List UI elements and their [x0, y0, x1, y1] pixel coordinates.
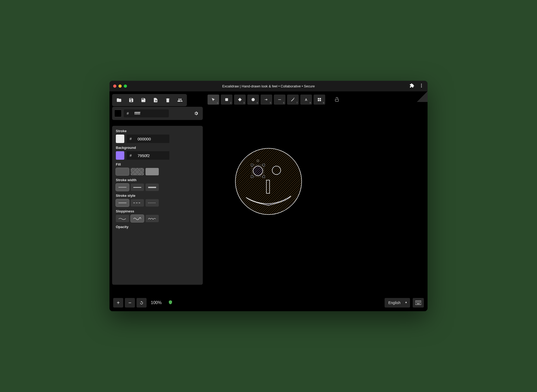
encryption-shield-icon[interactable]	[168, 300, 173, 306]
svg-rect-25	[417, 301, 417, 302]
canvas-color-input[interactable]	[132, 109, 169, 117]
stroke-dashed-button[interactable]	[131, 199, 144, 207]
svg-point-2	[421, 87, 422, 87]
minimize-window-button[interactable]	[118, 84, 122, 88]
svg-rect-13	[263, 176, 265, 178]
background-color-input[interactable]	[135, 151, 169, 160]
background-swatch[interactable]	[116, 151, 124, 160]
hash-label: #	[124, 109, 132, 117]
tool-draw[interactable]: 7	[287, 95, 299, 105]
tool-line[interactable]: 6	[274, 95, 285, 105]
language-selector[interactable]: English	[385, 298, 410, 308]
fill-cross-button[interactable]	[131, 168, 144, 175]
extensions-icon[interactable]	[410, 83, 414, 89]
canvas-color-swatch[interactable]	[114, 110, 122, 117]
titlebar: Excalidraw | Hand-drawn look & feel • Co…	[109, 81, 428, 91]
svg-rect-31	[418, 302, 419, 303]
maximize-window-button[interactable]	[124, 84, 127, 88]
zoom-reset-button[interactable]	[137, 298, 147, 308]
svg-point-0	[421, 84, 422, 84]
stroke-label: Stroke	[116, 129, 199, 133]
svg-rect-20	[320, 98, 321, 99]
stroke-style-label: Stroke style	[116, 194, 199, 198]
close-window-button[interactable]	[113, 84, 116, 88]
tool-ellipse[interactable]: 4	[247, 95, 259, 105]
zoom-out-button[interactable]: −	[125, 298, 135, 308]
lock-button[interactable]	[331, 95, 343, 105]
shape-toolbar: 1 2 3 4 5 6 7	[208, 95, 343, 105]
file-toolbar	[112, 94, 187, 106]
settings-button[interactable]	[192, 109, 201, 118]
delete-button[interactable]	[162, 95, 174, 105]
tool-more[interactable]: 9	[314, 95, 325, 105]
open-button[interactable]	[113, 95, 125, 105]
properties-panel: Stroke # Background # Fill Stroke width	[112, 126, 203, 285]
svg-rect-12	[251, 176, 253, 178]
svg-point-1	[421, 85, 422, 86]
zoom-in-button[interactable]: +	[113, 298, 123, 308]
svg-rect-22	[320, 100, 321, 101]
fill-hachure-button[interactable]	[116, 168, 129, 175]
window-title: Excalidraw | Hand-drawn look & feel • Co…	[109, 84, 428, 88]
tool-diamond[interactable]: 3	[234, 95, 246, 105]
svg-point-6	[253, 166, 263, 176]
language-select[interactable]: English	[385, 298, 410, 308]
stroke-swatch[interactable]	[116, 135, 124, 143]
svg-rect-34	[417, 304, 420, 304]
svg-rect-32	[419, 302, 420, 303]
tool-arrow[interactable]: 5	[261, 95, 272, 105]
footer-left: + − 100%	[113, 298, 173, 308]
tool-text[interactable]: A 8	[300, 95, 312, 105]
opacity-label: Opacity	[116, 225, 199, 229]
app-window: Excalidraw | Hand-drawn look & feel • Co…	[109, 81, 428, 311]
svg-rect-11	[263, 164, 265, 166]
svg-rect-10	[251, 164, 253, 166]
footer-right: English	[385, 298, 424, 308]
background-label: Background	[116, 146, 199, 150]
menu-icon[interactable]	[419, 83, 424, 89]
svg-text:A: A	[305, 98, 307, 102]
sloppiness-architect-button[interactable]	[116, 215, 129, 222]
stroke-dotted-button[interactable]	[146, 199, 159, 207]
svg-rect-19	[318, 98, 319, 99]
stroke-thin-button[interactable]	[116, 184, 129, 191]
hash-label: #	[126, 135, 135, 143]
svg-rect-33	[420, 302, 420, 303]
svg-rect-15	[225, 98, 228, 101]
tool-select[interactable]: 1	[208, 95, 219, 105]
tool-rectangle[interactable]: 2	[221, 95, 232, 105]
svg-rect-26	[418, 301, 419, 302]
svg-point-16	[252, 98, 255, 101]
export-button[interactable]	[150, 95, 161, 105]
sloppiness-cartoonist-button[interactable]	[146, 215, 159, 222]
keyboard-shortcuts-button[interactable]	[413, 298, 424, 308]
stroke-solid-button[interactable]	[116, 199, 129, 207]
save-button[interactable]	[125, 95, 137, 105]
save-as-button[interactable]	[138, 95, 149, 105]
svg-rect-29	[416, 302, 417, 303]
canvas-color-bar: #	[112, 107, 203, 120]
sloppiness-artist-button[interactable]	[131, 215, 144, 222]
svg-rect-30	[417, 302, 417, 303]
svg-rect-24	[416, 301, 417, 302]
fill-label: Fill	[116, 162, 199, 166]
stroke-thick-button[interactable]	[146, 184, 159, 191]
sloppiness-label: Sloppiness	[116, 209, 199, 213]
fill-solid-button[interactable]	[146, 168, 159, 175]
collaborate-button[interactable]	[174, 95, 186, 105]
zoom-value[interactable]: 100%	[148, 300, 164, 305]
stroke-width-label: Stroke width	[116, 178, 199, 182]
traffic-lights	[113, 84, 127, 88]
svg-rect-21	[318, 100, 319, 101]
stroke-medium-button[interactable]	[131, 184, 144, 191]
svg-rect-27	[419, 301, 420, 302]
svg-rect-28	[420, 301, 420, 302]
hash-label: #	[126, 151, 135, 160]
app-content: # 1 2 3 4	[109, 91, 428, 311]
stroke-color-input[interactable]	[135, 135, 169, 143]
